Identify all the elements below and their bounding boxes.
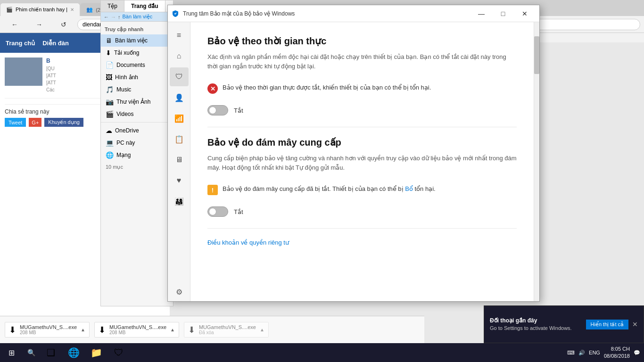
nav-app-button[interactable]: 📋 [170, 130, 189, 148]
nav-shield-button[interactable]: 🛡 [170, 67, 189, 86]
clock-time: 8:05 CH [604, 346, 630, 353]
post-meta3: [ATT [46, 80, 56, 85]
tab1-label: Phim chiến tranh hay | [16, 7, 67, 13]
download-chevron-1[interactable]: ▲ [81, 327, 85, 332]
show-all-button[interactable]: Hiển thị tất cả [586, 320, 628, 329]
download-item-2: ⬇ MUGamethuVN_S....exe 208 MB ▲ [94, 322, 179, 337]
download-size-3: Đã xóa [199, 330, 256, 335]
warning-icon-red: ✕ [207, 83, 218, 94]
edge-icon: 🌐 [68, 347, 80, 358]
fe-item-music[interactable]: 🎵 Music [101, 83, 173, 96]
fe-item-this-pc[interactable]: 💻 PC này [101, 137, 173, 149]
nav-menu-button[interactable]: ≡ [170, 26, 189, 45]
toggle-switch-2[interactable] [207, 206, 228, 217]
photo-library-label: Thư viện Ảnh [116, 99, 150, 105]
post-thumbnail [5, 58, 42, 86]
documents-icon: 📄 [106, 61, 114, 69]
toggle-switch-1[interactable] [207, 105, 228, 115]
dialog-titlebar: Trung tâm Bảo mật của Bộ bảo vệ Windows … [168, 5, 539, 22]
fe-item-onedrive[interactable]: ☁ OneDrive [101, 124, 173, 137]
nav-family-button[interactable]: 👨‍👩‍👧 [170, 192, 189, 211]
defender-icon: 🛡 [114, 347, 124, 358]
tab1-close[interactable]: ✕ [70, 7, 74, 12]
fe-sidebar: Truy cập nhanh 🖥 Bàn làm việc ⬇ Tải xuốn… [101, 22, 173, 176]
fe-item-videos[interactable]: 🎬 Videos [101, 108, 173, 120]
family-icon: 👨‍👩‍👧 [174, 197, 184, 206]
fe-item-documents[interactable]: 📄 Documents [101, 59, 173, 71]
fe-item-desktop[interactable]: 🖥 Bàn làm việc [101, 34, 173, 47]
gplus-button[interactable]: G+ [29, 118, 41, 127]
health-icon: ♥ [177, 176, 182, 185]
network-label: Mạng [116, 152, 131, 158]
music-icon: 🎵 [106, 86, 114, 93]
nav-pc-button[interactable]: 🖥 [170, 150, 189, 169]
toggle-knob-2 [209, 208, 216, 215]
browser-reload[interactable]: ↺ [53, 16, 74, 33]
download-item-1: ⬇ MUGamethuVN_S....exe 208 MB ▲ [5, 322, 90, 337]
nav-account-button[interactable]: 👤 [170, 88, 189, 107]
home-icon: ⌂ [177, 52, 182, 60]
nav-home[interactable]: Trang chủ [6, 40, 35, 47]
download-chevron-2[interactable]: ▲ [170, 327, 175, 332]
taskbar-app-task-view[interactable]: ❑ [40, 343, 62, 362]
volume-icon[interactable]: 🔊 [578, 350, 585, 356]
minimize-button[interactable]: — [471, 5, 492, 22]
post-meta2: [ATT [46, 73, 56, 78]
fe-item-network[interactable]: 🌐 Mạng [101, 149, 173, 161]
close-button[interactable]: ✕ [514, 5, 536, 22]
download-bar: ⬇ MUGamethuVN_S....exe 208 MB ▲ ⬇ MUGame… [0, 316, 424, 343]
fe-tab-bar: Tệp Trang đầu [101, 0, 173, 12]
nav-wifi-button[interactable]: 📶 [170, 109, 189, 128]
warning2-text: Bảo vệ do đám mây cung cấp đã bị tắt. Th… [223, 184, 436, 194]
notification-popup: Đối thoại gần đây Go to Settings to acti… [484, 305, 644, 343]
account-icon: 👤 [174, 93, 184, 102]
taskbar-search-button[interactable]: 🔍 [23, 343, 40, 362]
section2-desc: Cung cấp biện pháp bảo vệ tăng cường và … [207, 154, 517, 172]
download-chevron-3[interactable]: ▲ [260, 327, 264, 332]
fb-button[interactable]: Khuyến dụng [44, 118, 83, 127]
fe-nav-back[interactable]: ← [104, 14, 109, 20]
browser-back[interactable]: ← [4, 16, 25, 33]
onedrive-icon: ☁ [106, 127, 112, 134]
nav-forum[interactable]: Diễn đàn [42, 40, 69, 47]
dialog-scrollbar[interactable] [534, 22, 539, 301]
fe-item-pictures[interactable]: 🖼 Hình ảnh [101, 71, 173, 83]
fe-tab-file[interactable]: Tệp [101, 0, 124, 12]
maximize-button[interactable]: □ [492, 5, 514, 22]
notification-center-icon[interactable]: 💬 [634, 350, 640, 356]
warning2-text-before: Bảo vệ do đám mây cung cấp đã bị tắt. Th… [223, 185, 405, 192]
section1-desc: Xác định và ngăn phần mềm độc hại cài đặ… [207, 52, 517, 71]
taskbar-app-defender[interactable]: 🛡 [107, 343, 130, 362]
settings-icon: ⚙ [176, 288, 182, 296]
fe-nav-forward[interactable]: → [111, 14, 116, 20]
post-info: B [QU [ATT [ATT Các [46, 58, 56, 92]
browser-forward[interactable]: → [28, 16, 50, 33]
notif-subtitle: Go to Settings to activate Windows. [490, 325, 582, 332]
hamburger-icon: ≡ [177, 31, 181, 40]
privacy-link[interactable]: Điều khoản về quyền riêng tư [207, 239, 289, 246]
fe-item-photo-library[interactable]: 📷 Thư viện Ảnh [101, 96, 173, 108]
taskbar-app-file-explorer[interactable]: 📁 [85, 343, 107, 362]
toggle2-label: Tắt [234, 208, 243, 215]
download-icon-2: ⬇ [99, 325, 106, 335]
fe-nav-up[interactable]: ↑ [118, 14, 121, 20]
section-divider [207, 127, 517, 127]
music-label: Music [116, 86, 131, 93]
desktop-icon: 🖥 [106, 37, 112, 44]
nav-settings-button[interactable]: ⚙ [170, 282, 189, 301]
keyboard-icon[interactable]: ⌨ [567, 350, 575, 356]
nav-home-button[interactable]: ⌂ [170, 47, 189, 66]
photo-library-icon: 📷 [106, 98, 114, 106]
download-icon-1: ⬇ [9, 325, 16, 335]
notif-close-icon[interactable]: ✕ [632, 321, 638, 328]
start-button[interactable]: ⊞ [0, 343, 23, 362]
taskbar-app-edge[interactable]: 🌐 [62, 343, 85, 362]
browser-tab-1[interactable]: 🎬 Phim chiến tranh hay | ✕ [0, 3, 80, 16]
quick-access-label: Truy cập nhanh [101, 25, 173, 34]
nav-health-button[interactable]: ♥ [170, 171, 189, 190]
tweet-button[interactable]: Tweet [5, 118, 26, 127]
warning2-link[interactable]: Bổ [405, 185, 413, 192]
language-indicator[interactable]: ENG [589, 350, 600, 355]
fe-tab-home[interactable]: Trang đầu [124, 0, 165, 12]
fe-item-downloads[interactable]: ⬇ Tải xuống [101, 47, 173, 59]
